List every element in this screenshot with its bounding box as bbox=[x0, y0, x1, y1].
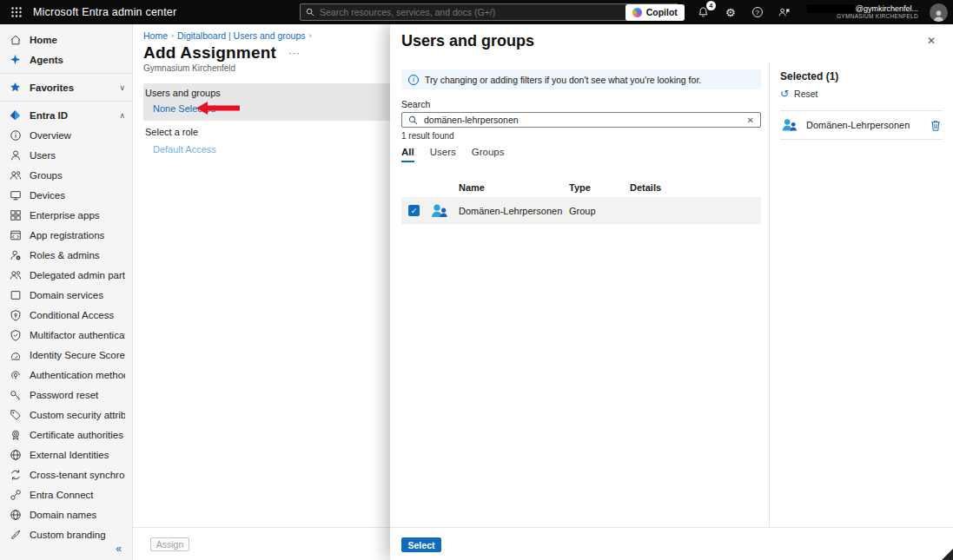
sidebar-item-label: Password reset bbox=[30, 390, 98, 400]
sidebar-item-custom-security-attributes[interactable]: Custom security attributes bbox=[0, 405, 132, 425]
app-title: Microsoft Entra admin center bbox=[33, 6, 176, 18]
results-table: Name Type Details ✓ Domänen-Lehrpersonen bbox=[401, 178, 761, 224]
reset-icon: ↺ bbox=[780, 89, 789, 98]
avatar[interactable] bbox=[930, 3, 948, 22]
select-button[interactable]: Select bbox=[401, 537, 441, 552]
trash-icon[interactable] bbox=[930, 120, 941, 131]
col-type: Type bbox=[569, 182, 630, 193]
sidebar-item-users[interactable]: Users bbox=[0, 145, 132, 165]
role-value-link[interactable]: Default Access bbox=[153, 144, 216, 155]
close-icon[interactable]: ✕ bbox=[927, 35, 936, 47]
notification-badge: 4 bbox=[706, 1, 716, 10]
sidebar-item-label: Certificate authorities bbox=[30, 430, 123, 440]
sidebar-item-domain-services[interactable]: Domain services bbox=[0, 285, 132, 305]
clear-search-icon[interactable]: ✕ bbox=[747, 115, 754, 125]
sidebar-item-label: Entra Connect bbox=[30, 490, 94, 500]
sidebar-item-entra-id[interactable]: Entra ID∧ bbox=[0, 105, 132, 125]
sidebar-item-label: Favorites bbox=[30, 82, 74, 93]
brush-icon bbox=[9, 528, 22, 541]
dialog-search-box[interactable]: ✕ bbox=[401, 112, 761, 128]
assign-button[interactable]: Assign bbox=[150, 537, 189, 551]
copilot-label: Copilot bbox=[646, 7, 678, 17]
reset-label: Reset bbox=[794, 89, 817, 99]
tab-all[interactable]: All bbox=[401, 147, 414, 162]
users-groups-label: Users and groups bbox=[145, 88, 390, 98]
sidebar-divider bbox=[0, 73, 132, 74]
sidebar-item-agents[interactable]: Agents bbox=[0, 49, 132, 69]
sidebar-item-label: Domain names bbox=[30, 510, 96, 520]
sidebar-item-identity-secure-score[interactable]: Identity Secure Score bbox=[0, 345, 132, 365]
account-info[interactable]: @gymkirchenfel... GYMNASIUM KIRCHENFELD bbox=[807, 4, 918, 20]
sidebar-item-password-reset[interactable]: Password reset bbox=[0, 385, 132, 405]
sidebar-item-conditional-access[interactable]: Conditional Access bbox=[0, 305, 132, 325]
sidebar-nav: HomeAgentsFavorites∨Entra ID∧OverviewUse… bbox=[0, 30, 132, 544]
sidebar-item-external-identities[interactable]: External Identities bbox=[0, 445, 132, 464]
row-type: Group bbox=[569, 206, 630, 216]
row-checkbox[interactable]: ✓ bbox=[408, 205, 420, 216]
device-icon bbox=[9, 188, 22, 201]
table-row[interactable]: ✓ Domänen-Lehrpersonen Group bbox=[401, 197, 761, 224]
waffle-icon[interactable] bbox=[0, 0, 33, 24]
global-search-input[interactable] bbox=[320, 7, 672, 17]
sidebar-item-custom-branding[interactable]: Custom branding bbox=[0, 524, 132, 544]
sync-icon bbox=[9, 468, 22, 481]
chevron-up-icon: ∧ bbox=[119, 111, 125, 120]
global-search[interactable] bbox=[300, 3, 678, 21]
breadcrumb-home[interactable]: Home bbox=[143, 30, 168, 41]
selected-panel: Selected (1) ↺ Reset Domänen-Lehrpersone… bbox=[769, 63, 953, 527]
info-banner: i Try changing or adding filters if you … bbox=[401, 69, 761, 89]
sidebar-item-label: Domain services bbox=[30, 290, 103, 300]
sidebar-item-entra-connect[interactable]: Entra Connect bbox=[0, 484, 132, 504]
dialog-search-input[interactable] bbox=[424, 115, 741, 125]
sidebar-item-label: Delegated admin partners bbox=[30, 270, 125, 280]
feedback-button[interactable] bbox=[777, 4, 792, 20]
more-options-icon[interactable]: ··· bbox=[288, 48, 301, 58]
sidebar-item-devices[interactable]: Devices bbox=[0, 185, 132, 205]
breadcrumb-separator: › bbox=[171, 31, 174, 40]
group-icon bbox=[780, 115, 799, 135]
sidebar-item-domain-names[interactable]: Domain names bbox=[0, 504, 132, 524]
sidebar-item-label: Authentication methods bbox=[30, 370, 125, 380]
settings-button[interactable]: ⚙ bbox=[723, 4, 738, 20]
result-count: 1 result found bbox=[401, 131, 761, 141]
sidebar-item-label: App registrations bbox=[30, 230, 104, 240]
info-banner-text: Try changing or adding filters if you do… bbox=[425, 75, 701, 85]
sidebar-item-app-registrations[interactable]: App registrations bbox=[0, 225, 132, 245]
sidebar-item-roles-admins[interactable]: Roles & admins bbox=[0, 245, 132, 265]
reset-button[interactable]: ↺ Reset bbox=[780, 89, 818, 99]
score-icon bbox=[9, 348, 22, 361]
sidebar-item-enterprise-apps[interactable]: Enterprise apps bbox=[0, 205, 132, 225]
help-button[interactable]: ? bbox=[750, 4, 765, 20]
notifications-button[interactable]: 4 bbox=[696, 4, 711, 20]
tab-groups[interactable]: Groups bbox=[472, 147, 505, 162]
sidebar-item-label: Devices bbox=[30, 190, 65, 201]
sidebar-item-home[interactable]: Home bbox=[0, 30, 132, 49]
sidebar-divider bbox=[0, 101, 132, 102]
copilot-button[interactable]: Copilot bbox=[625, 4, 685, 21]
tab-users[interactable]: Users bbox=[430, 147, 456, 162]
entra-icon bbox=[9, 109, 22, 122]
sidebar-item-certificate-authorities[interactable]: Certificate authorities bbox=[0, 425, 132, 445]
sidebar-item-multifactor-authentication[interactable]: Multifactor authentication bbox=[0, 325, 132, 345]
dialog-footer: Select bbox=[390, 527, 953, 560]
sidebar-item-favorites[interactable]: Favorites∨ bbox=[0, 77, 132, 97]
sidebar-item-label: Roles & admins bbox=[30, 250, 100, 260]
sidebar-item-overview[interactable]: Overview bbox=[0, 125, 132, 145]
page-title: Add Assignment bbox=[143, 43, 276, 63]
person-icon bbox=[9, 148, 22, 161]
dialog-title: Users and groups bbox=[401, 32, 927, 50]
sidebar-collapse-button[interactable]: « bbox=[116, 543, 122, 555]
feedback-icon bbox=[778, 7, 791, 17]
tenant-subtitle: Gymnasium Kirchenfeld bbox=[143, 63, 390, 73]
sidebar-item-authentication-methods[interactable]: Authentication methods bbox=[0, 365, 132, 385]
sidebar-item-delegated-admin-partners[interactable]: Delegated admin partners bbox=[0, 265, 132, 285]
search-icon bbox=[306, 8, 314, 16]
copilot-icon bbox=[632, 8, 642, 17]
sidebar-item-label: Identity Secure Score bbox=[30, 350, 125, 360]
breadcrumb-digitalboard[interactable]: Digitalboard | Users and groups bbox=[177, 30, 305, 41]
sidebar-item-groups[interactable]: Groups bbox=[0, 165, 132, 185]
home-icon bbox=[9, 33, 22, 46]
appreg-icon bbox=[9, 228, 22, 241]
sidebar-item-cross-tenant-synchronization[interactable]: Cross-tenant synchronization bbox=[0, 464, 132, 484]
sidebar-item-label: External Identities bbox=[30, 450, 109, 460]
